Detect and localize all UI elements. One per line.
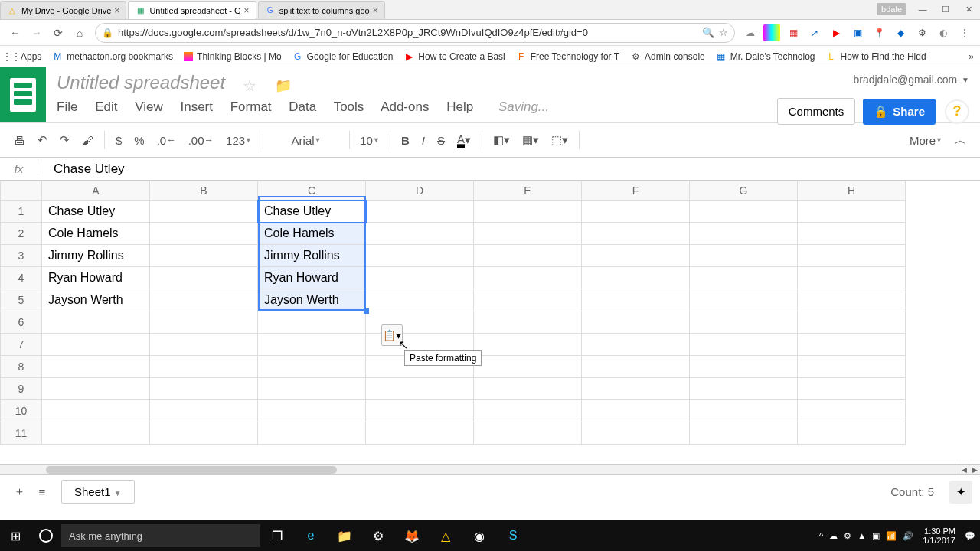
fill-color-button[interactable]: ◧▾ xyxy=(487,129,516,152)
address-bar[interactable]: 🔒 https://docs.google.com/spreadsheets/d… xyxy=(95,23,735,43)
sheets-logo[interactable] xyxy=(0,67,46,122)
row-header[interactable]: 2 xyxy=(1,223,42,245)
spreadsheet-grid[interactable]: A B C D E F G H 1Chase UtleyChase Utley … xyxy=(0,181,980,464)
undo-button[interactable]: ↶ xyxy=(31,129,54,152)
row-header[interactable]: 4 xyxy=(1,267,42,289)
tray-icon[interactable]: ⚙ xyxy=(844,531,851,541)
cell[interactable] xyxy=(798,289,906,311)
select-all[interactable] xyxy=(1,181,42,201)
bookmark[interactable]: Thinking Blocks | Mo xyxy=(184,51,282,62)
chevron-down-icon[interactable]: ▼ xyxy=(962,76,969,84)
cell[interactable] xyxy=(150,245,258,267)
search-icon[interactable]: 🔍 xyxy=(702,27,714,38)
cell[interactable] xyxy=(474,267,582,289)
cell[interactable] xyxy=(690,267,798,289)
borders-button[interactable]: ▦▾ xyxy=(516,129,545,152)
cell[interactable] xyxy=(582,201,690,223)
cell[interactable] xyxy=(474,356,582,378)
browser-tab[interactable]: G split text to columns goo × xyxy=(258,1,385,19)
taskbar-app-icon[interactable]: ⚙ xyxy=(361,520,395,551)
bookmark-apps[interactable]: ⋮⋮Apps xyxy=(6,51,41,62)
dec-decrease-button[interactable]: .0← xyxy=(151,129,182,152)
cell[interactable] xyxy=(366,223,474,245)
cell[interactable] xyxy=(582,245,690,267)
cell[interactable] xyxy=(258,356,366,378)
cell[interactable] xyxy=(798,201,906,223)
currency-button[interactable]: $ xyxy=(109,129,128,152)
taskbar-explorer-icon[interactable]: 📁 xyxy=(328,520,361,551)
start-button[interactable]: ⊞ xyxy=(0,520,31,551)
bookmark[interactable]: ▶How to Create a Basi xyxy=(403,51,505,62)
bookmarks-overflow[interactable]: » xyxy=(969,51,974,62)
strike-button[interactable]: S xyxy=(431,129,451,152)
cell[interactable] xyxy=(366,245,474,267)
cell[interactable] xyxy=(474,311,582,334)
ext-icon[interactable] xyxy=(763,24,780,41)
chevron-down-icon[interactable]: ▼ xyxy=(114,489,122,497)
scrollbar-thumb[interactable] xyxy=(46,466,337,474)
ext-icon[interactable]: ◐ xyxy=(935,24,952,41)
maximize-button[interactable]: ☐ xyxy=(934,1,957,18)
taskbar-skype-icon[interactable]: S xyxy=(496,520,530,551)
row-header[interactable]: 8 xyxy=(1,356,42,378)
cell[interactable] xyxy=(42,422,150,445)
menu-help[interactable]: Help xyxy=(446,99,473,114)
cell[interactable] xyxy=(150,422,258,445)
cell[interactable]: Ryan Howard xyxy=(42,267,150,289)
close-icon[interactable]: × xyxy=(373,5,378,16)
formula-input[interactable]: Chase Utley xyxy=(38,161,125,177)
cell[interactable] xyxy=(150,378,258,400)
redo-button[interactable]: ↷ xyxy=(54,129,76,152)
cell[interactable] xyxy=(690,400,798,422)
home-button[interactable]: ⌂ xyxy=(70,24,89,42)
cell[interactable] xyxy=(42,311,150,334)
taskbar-drive-icon[interactable]: △ xyxy=(429,520,462,551)
cell[interactable] xyxy=(42,378,150,400)
ext-icon[interactable]: 📍 xyxy=(871,24,887,41)
dec-increase-button[interactable]: .00→ xyxy=(182,129,220,152)
tray-icon[interactable]: ▣ xyxy=(872,531,880,541)
sheet-tab[interactable]: Sheet1 ▼ xyxy=(61,480,135,504)
menu-file[interactable]: File xyxy=(57,99,77,114)
font-size-dropdown[interactable]: 10 xyxy=(354,129,385,152)
cell[interactable] xyxy=(474,400,582,422)
search-input[interactable]: Ask me anything xyxy=(61,524,260,547)
cell[interactable] xyxy=(582,356,690,378)
percent-button[interactable]: % xyxy=(128,129,150,152)
cell[interactable] xyxy=(366,422,474,445)
bookmark[interactable]: ▦Mr. Dale's Technolog xyxy=(716,51,815,62)
cell[interactable] xyxy=(474,201,582,223)
ext-icon[interactable]: ▣ xyxy=(849,24,866,41)
cell-selected[interactable]: Jayson Werth xyxy=(258,289,366,311)
horizontal-scrollbar[interactable]: ◀ ▶ xyxy=(0,464,980,474)
cell[interactable] xyxy=(258,422,366,445)
column-header[interactable]: E xyxy=(474,181,582,201)
number-format-dropdown[interactable]: 123 xyxy=(220,129,258,152)
cell[interactable] xyxy=(42,334,150,356)
cell[interactable] xyxy=(150,223,258,245)
cell[interactable] xyxy=(150,356,258,378)
close-icon[interactable]: × xyxy=(244,5,250,16)
row-header[interactable]: 7 xyxy=(1,334,42,356)
cell[interactable] xyxy=(42,400,150,422)
column-header[interactable]: F xyxy=(582,181,690,201)
cell[interactable]: Jayson Werth xyxy=(42,289,150,311)
cell-selected[interactable]: Ryan Howard xyxy=(258,267,366,289)
browser-tab-active[interactable]: ▦ Untitled spreadsheet - G × xyxy=(128,1,256,19)
cell[interactable] xyxy=(474,289,582,311)
cell[interactable] xyxy=(798,356,906,378)
cell[interactable] xyxy=(798,378,906,400)
cell[interactable] xyxy=(582,378,690,400)
print-button[interactable]: 🖶 xyxy=(8,129,31,152)
bookmark[interactable]: Mmethacton.org bookmarks xyxy=(52,51,173,62)
row-header[interactable]: 1 xyxy=(1,201,42,223)
share-button[interactable]: 🔒Share xyxy=(863,99,936,125)
document-title[interactable]: Untitled spreadsheet xyxy=(57,72,225,93)
cell[interactable] xyxy=(474,334,582,356)
cell-selected[interactable]: Cole Hamels xyxy=(258,223,366,245)
clock[interactable]: 1:30 PM 1/1/2017 xyxy=(923,527,956,545)
cell[interactable] xyxy=(798,311,906,334)
cell[interactable] xyxy=(798,334,906,356)
scroll-right-icon[interactable]: ▶ xyxy=(969,465,980,475)
column-header[interactable]: D xyxy=(366,181,474,201)
